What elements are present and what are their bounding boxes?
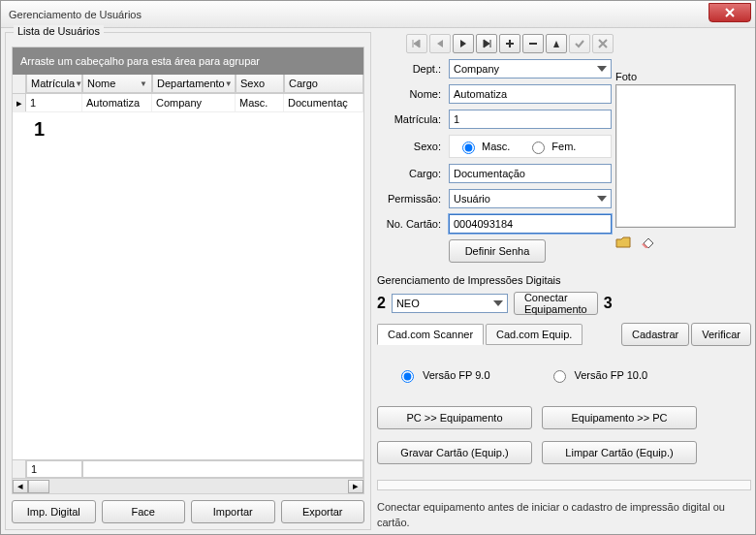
nome-input[interactable] [449,84,612,104]
nav-first-button[interactable] [406,34,427,53]
scroll-right-button[interactable]: ▸ [348,480,363,493]
user-list-legend: Lista de Usuários [14,25,104,37]
limpar-cartao-button[interactable]: Limpar Cartão (Equip.) [542,441,697,464]
face-button[interactable]: Face [102,500,186,523]
status-hint: Conectar equipamento antes de iniciar o … [377,500,751,530]
row-indicator-header [13,75,26,93]
nav-last-button[interactable] [476,34,497,53]
matricula-input[interactable] [449,110,612,129]
current-row-indicator: ▸ [13,94,26,111]
scroll-thumb[interactable] [28,480,49,493]
sexo-label: Sexo: [377,141,443,152]
close-button[interactable] [709,3,751,22]
nav-add-button[interactable] [499,34,520,53]
gravar-cartao-button[interactable]: Gravar Cartão (Equip.) [377,441,532,464]
titlebar: Gerenciamento de Usuários [1,1,755,28]
cargo-label: Cargo: [377,168,443,179]
col-matricula[interactable]: Matrícula▼ [26,75,82,93]
group-drop-area[interactable]: Arraste um cabeçalho para esta área para… [13,47,363,75]
definir-senha-button[interactable]: Definir Senha [449,239,546,263]
scroll-track[interactable] [28,480,348,493]
chevron-down-icon: ▼ [75,79,82,88]
col-departamento[interactable]: Departamento▼ [152,75,236,93]
chevron-down-icon: ▼ [140,79,147,88]
nav-cancel-button[interactable] [592,34,614,53]
tab-equip[interactable]: Cad.com Equip. [486,324,583,345]
scroll-left-button[interactable]: ◂ [13,480,28,493]
col-sexo[interactable]: Sexo [236,75,284,93]
nav-next-button[interactable] [453,34,474,53]
grid-body: ▸ 1 Automatiza Company Masc. Documentaç … [13,94,363,459]
connect-device-button[interactable]: Conectar Equipamento [514,292,598,315]
cartao-input[interactable] [449,214,612,234]
annotation-1: 1 [34,118,363,141]
sexo-radio-group: Masc. Fem. [449,135,612,158]
open-photo-button[interactable] [615,236,631,251]
foto-frame [615,84,736,228]
version-10-option[interactable]: Versão FP 10.0 [549,367,648,383]
cell-departamento: Company [152,94,236,111]
foto-label: Foto [615,71,743,82]
table-row[interactable]: ▸ 1 Automatiza Company Masc. Documentaç [13,94,363,112]
cell-matricula: 1 [26,94,82,111]
importar-button[interactable]: Importar [191,500,275,523]
imp-digital-button[interactable]: Imp. Digital [12,500,96,523]
window-title: Gerenciamento de Usuários [9,9,142,20]
nav-post-button[interactable] [569,34,590,53]
user-form: Dept.: Company Nome: Matrícula: Sexo: Ma… [377,59,619,263]
fingerprint-section-title: Gerenciamento de Impressões Digitais [377,274,751,286]
chevron-down-icon: ▼ [225,79,233,88]
footer-empty [82,460,363,478]
nav-edit-button[interactable] [546,34,567,53]
progress-bar [377,480,751,490]
sexo-masc-radio[interactable] [462,142,475,154]
tab-scanner[interactable]: Cad.com Scanner [377,324,484,345]
cargo-input[interactable] [449,164,612,183]
dept-label: Dept.: [377,63,443,75]
exportar-button[interactable]: Exportar [281,500,365,523]
col-nome[interactable]: Nome▼ [82,75,152,93]
grid-footer: 1 [13,459,363,478]
grid-header: Matrícula▼ Nome▼ Departamento▼ Sexo Carg… [13,75,363,94]
footer-count: 1 [26,460,82,478]
cell-sexo: Masc. [236,94,284,111]
cell-nome: Automatiza [82,94,152,111]
pc-to-equip-button[interactable]: PC >> Equipamento [377,406,532,429]
equip-to-pc-button[interactable]: Equipamento >> PC [542,406,697,429]
nav-delete-button[interactable] [522,34,544,53]
annotation-3: 3 [604,295,613,312]
user-grid: Arraste um cabeçalho para esta área para… [12,47,364,494]
cartao-label: No. Cartão: [377,218,443,230]
version-9-option[interactable]: Versão FP 9.0 [396,367,490,383]
nav-prev-button[interactable] [429,34,451,53]
horizontal-scrollbar[interactable]: ◂ ▸ [13,478,363,493]
matricula-label: Matrícula: [377,113,443,125]
nome-label: Nome: [377,88,443,100]
permissao-label: Permissão: [377,193,443,205]
dept-select[interactable]: Company [449,59,612,79]
cadastrar-button[interactable]: Cadastrar [621,323,689,346]
user-list-group: Lista de Usuários Arraste um cabeçalho p… [5,32,371,530]
foto-panel: Foto [615,71,743,251]
col-cargo[interactable]: Cargo [284,75,363,93]
sexo-masc-option[interactable]: Masc. [457,139,512,154]
annotation-2: 2 [377,295,386,312]
clear-photo-button[interactable] [641,236,656,251]
cell-cargo: Documentaç [284,94,363,111]
permissao-select[interactable]: Usuário [449,189,612,208]
sexo-fem-radio[interactable] [532,142,545,154]
version-9-radio[interactable] [401,370,414,383]
version-radio-group: Versão FP 9.0 Versão FP 10.0 [396,367,751,383]
close-icon [725,8,735,17]
register-tabs: Cad.com Scanner Cad.com Equip. Cadastrar… [377,323,751,346]
sexo-fem-option[interactable]: Fem. [527,139,578,154]
footer-indicator [13,460,26,478]
verificar-button[interactable]: Verificar [691,323,751,346]
version-10-radio[interactable] [553,370,566,383]
record-navigator [406,34,751,53]
device-select[interactable]: NEO [392,294,508,313]
